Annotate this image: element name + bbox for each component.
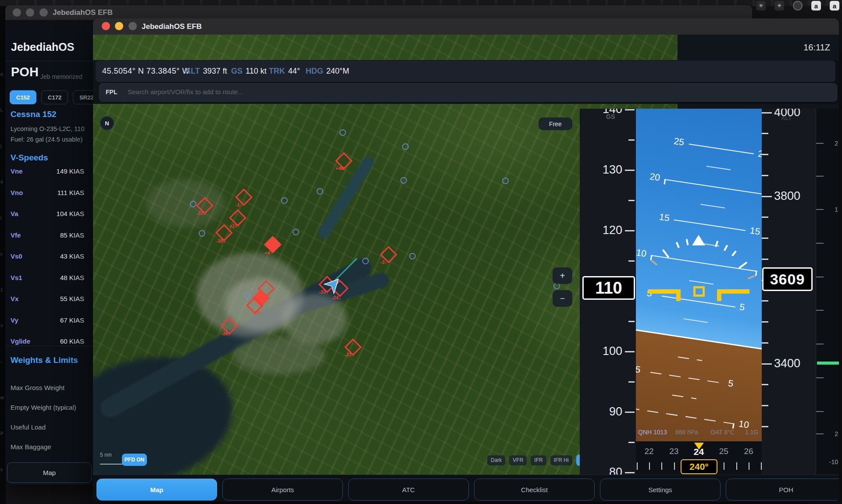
zoom-window-icon[interactable]	[128, 22, 137, 30]
background-text-fragment: er	[0, 395, 4, 400]
airport-marker[interactable]	[293, 229, 299, 235]
background-text-fragment: |	[0, 144, 2, 149]
alt-tick	[762, 300, 768, 302]
vspeed-label: Vx	[11, 295, 18, 302]
vsi-tick	[816, 344, 824, 344]
pfd-on-button[interactable]: PFD ON	[122, 454, 147, 466]
north-indicator-button[interactable]: N	[100, 116, 114, 130]
alt-tick	[762, 154, 768, 155]
speed-tick-label: 90	[609, 405, 622, 419]
airport-marker[interactable]	[281, 197, 288, 204]
nav-settings[interactable]: Settings	[600, 479, 721, 500]
amazon-icon[interactable]: a	[830, 1, 839, 11]
aircraft-symbol-right	[717, 289, 749, 294]
tab-c172[interactable]: C172	[41, 90, 68, 104]
minimize-icon[interactable]	[26, 8, 34, 17]
weight-row: Max Baggage	[11, 443, 51, 451]
airport-marker[interactable]	[339, 129, 346, 136]
zoom-out-button[interactable]: −	[553, 290, 572, 307]
oat-value: OAT 8°C	[710, 429, 735, 436]
window-title: JebediahOS EFB	[142, 22, 202, 31]
airport-marker[interactable]	[362, 258, 369, 264]
heading-tick	[736, 462, 737, 470]
vspeeds-heading: V-Speeds	[11, 153, 48, 163]
speed-tick	[628, 260, 635, 262]
airport-marker[interactable]	[244, 292, 250, 299]
vspeed-row: Vy67 KIAS	[11, 316, 84, 324]
waypoint-label: -39↓	[216, 238, 225, 244]
swirl-icon[interactable]: ✳	[774, 1, 784, 11]
map-style-ifr-hi[interactable]: IFR Hi	[550, 455, 572, 465]
swirl-icon[interactable]: ✳	[756, 1, 766, 11]
airport-marker[interactable]	[400, 177, 407, 184]
alt-tick	[762, 342, 768, 344]
altitude-readout: 3609	[762, 267, 813, 291]
fpl-label: FPL	[106, 89, 117, 96]
plus-icon: +	[560, 271, 565, 281]
nav-airports[interactable]: Airports	[222, 479, 343, 500]
vspeed-value: 55 KIAS	[60, 295, 84, 302]
vspeed-value: 60 KIAS	[60, 337, 84, 345]
vspeed-row: Vfe85 KIAS	[11, 231, 84, 239]
efb-map-window: JebediahOS EFB -1↓-12↓+27↑-39↓+4↑+48↑-3↓…	[93, 18, 839, 502]
tab-sr22[interactable]: SR22	[73, 90, 93, 104]
tab-c152[interactable]: C152	[10, 90, 36, 104]
aircraft-fuel: Fuel: 26 gal (24.5 usable)	[11, 136, 82, 143]
free-mode-button[interactable]: Free	[539, 117, 572, 130]
alt-tick	[762, 259, 768, 260]
aircraft-name: Cessna 152	[11, 110, 57, 119]
zoom-in-button[interactable]: +	[553, 267, 572, 284]
alt-tick	[762, 112, 772, 114]
sidebar-map-button[interactable]: Map	[7, 462, 92, 483]
vspeed-label: Vy	[11, 316, 18, 324]
window-titlebar[interactable]: JebediahOS EFB	[93, 18, 839, 35]
close-icon[interactable]	[13, 8, 21, 17]
airport-marker[interactable]	[409, 253, 416, 259]
bank-pointer-icon	[692, 235, 705, 245]
alt-tick	[762, 321, 768, 323]
map-style-dark[interactable]: Dark	[487, 455, 505, 465]
amazon-icon[interactable]: a	[811, 1, 821, 11]
airspeed-readout: 110	[582, 276, 635, 300]
nav-atc[interactable]: ATC	[348, 479, 469, 500]
vsi-label: 1	[835, 206, 838, 213]
map-suburb-area	[233, 337, 325, 374]
map-style-ifr[interactable]: IFR	[531, 455, 546, 465]
weights-heading: Weights & Limits	[11, 355, 78, 365]
background-window-titlebar[interactable]: JebediahOS EFB	[5, 5, 752, 20]
north-label: N	[105, 120, 109, 127]
background-text-fragment: P	[0, 431, 4, 436]
alt-tick	[762, 405, 768, 406]
speed-tick	[628, 200, 635, 201]
circle-icon[interactable]	[793, 1, 803, 11]
nav-poh[interactable]: POH	[726, 479, 839, 500]
flight-plan-search-bar[interactable]: FPL Search airport/VOR/fix to add to rou…	[99, 83, 837, 102]
background-text-fragment: L	[0, 108, 3, 113]
zoom-window-icon[interactable]	[39, 8, 48, 17]
background-text-fragment: c	[0, 252, 3, 256]
close-icon[interactable]	[102, 22, 110, 30]
nav-checklist[interactable]: Checklist	[474, 479, 595, 500]
flight-status-bar: 45.5054° N 73.3845° W ALT3937 ftGS110 kt…	[96, 60, 835, 82]
nav-map[interactable]: Map	[96, 479, 217, 500]
airport-marker[interactable]	[317, 188, 323, 195]
minimize-icon[interactable]	[115, 22, 123, 30]
airport-marker[interactable]	[190, 201, 196, 207]
speed-tick	[625, 170, 635, 171]
airport-marker[interactable]	[502, 177, 509, 184]
vsi-label: 2	[835, 140, 838, 147]
vspeed-label: Va	[11, 210, 18, 217]
alt-tick	[762, 133, 768, 134]
heading-number: 22	[644, 447, 653, 456]
airport-marker[interactable]	[402, 143, 409, 150]
speed-tick	[625, 412, 635, 413]
airport-marker[interactable]	[199, 230, 205, 237]
vsi-tick	[816, 143, 824, 144]
route-search-input[interactable]: Search airport/VOR/fix to add to route..…	[128, 88, 243, 96]
vsi-tick	[816, 377, 824, 378]
speed-tick-label: 120	[603, 224, 622, 237]
vertical-speed-strip: 212-10	[816, 109, 839, 475]
divider	[5, 61, 93, 61]
map-style-vfr[interactable]: VFR	[509, 455, 527, 465]
heading-tick	[674, 462, 675, 470]
